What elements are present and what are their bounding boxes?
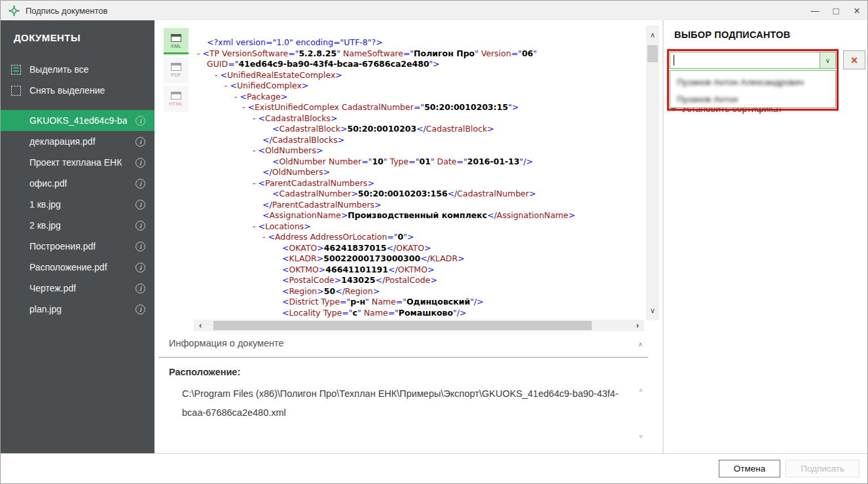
xml-line: - <ExistUnifiedComplex CadastralNumber="…	[195, 102, 645, 113]
scroll-left-icon[interactable]: ‹	[199, 320, 202, 330]
signer-combobox[interactable]: ∨	[670, 52, 836, 69]
xml-line: <KLADR>50022000173000300</KLADR>	[195, 253, 645, 265]
format-button-html[interactable]: HTML	[164, 86, 189, 112]
info-icon[interactable]: i	[136, 137, 145, 147]
info-icon[interactable]: i	[136, 221, 145, 231]
document-window-icon	[171, 92, 181, 100]
xml-line: </CadastralBlocks>	[195, 135, 645, 146]
info-icon[interactable]: i	[136, 263, 145, 272]
document-item[interactable]: GKUOKS_41ed64c9-bai	[1, 110, 154, 131]
document-item[interactable]: декларация.pdfi	[1, 131, 154, 152]
document-info-header: Информация о документе	[169, 338, 284, 348]
document-label: декларация.pdf	[29, 136, 96, 147]
text-caret	[674, 55, 674, 65]
deselect-all-icon	[11, 86, 21, 96]
info-icon[interactable]: i	[136, 116, 145, 126]
xml-line: - <ParentCadastralNumbers>	[195, 178, 645, 189]
maximize-icon[interactable]: □	[825, 1, 846, 20]
select-all-label: Выделить все	[29, 64, 89, 75]
info-scroll-down-icon[interactable]: ▼	[638, 433, 644, 440]
horizontal-scrollbar[interactable]: ‹ ›	[194, 320, 644, 331]
xml-line: GUID="41ed64c9-ba90-43f4-bcaa-67686ca2e4…	[195, 59, 645, 70]
info-scroll-up-icon[interactable]: ▲	[638, 386, 644, 393]
location-path: C:\Program Files (x86)\Полигон Про\Техпл…	[182, 384, 634, 422]
scroll-down-icon[interactable]: ∨	[646, 307, 659, 315]
xml-line: - <Address AddressOrLocation="0">	[195, 232, 645, 243]
document-label: Чертеж.pdf	[29, 283, 76, 293]
xml-line: <Region>50</Region>	[195, 286, 645, 297]
document-label: GKUOKS_41ed64c9-ba	[29, 115, 127, 126]
xml-line: - <UnifiedComplex>	[195, 81, 645, 92]
close-icon[interactable]: ✕	[846, 1, 867, 20]
info-icon[interactable]: i	[136, 284, 145, 293]
xml-line: - <CadastralBlocks>	[195, 113, 645, 124]
document-list: GKUOKS_41ed64c9-baiдекларация.pdfiПроект…	[1, 110, 154, 320]
xml-line: - <OldNumbers>	[195, 145, 645, 157]
document-item[interactable]: plan.jpgi	[1, 299, 154, 320]
signer-option[interactable]: Пузанов Антон Александрович	[670, 73, 835, 90]
minimize-icon[interactable]: —	[805, 1, 825, 20]
vertical-scroll-thumb[interactable]	[647, 45, 658, 62]
xml-line: <PostalCode>143025</PostalCode>	[195, 275, 645, 286]
sign-button: Подписать	[786, 460, 859, 477]
xml-line: <OldNumber Number="10" Type="01" Date="2…	[195, 157, 645, 168]
xml-line: <OKTMO>46641101191</OKTMO>	[195, 265, 645, 276]
info-icon[interactable]: i	[136, 158, 145, 168]
info-icon[interactable]: i	[136, 179, 145, 189]
annotation-highlight: ∨ Пузанов Антон АлександровичПузанов Ант…	[667, 49, 839, 111]
xml-line: <CadastralNumber>50:20:0010203:156</Cada…	[195, 189, 645, 200]
xml-line: <Locality Type="с" Name="Ромашково"/>	[195, 308, 645, 319]
document-item[interactable]: Построения.pdfi	[1, 236, 154, 257]
clear-signer-button[interactable]: ✕	[843, 50, 865, 69]
xml-line: - <Package>	[195, 92, 645, 103]
sign-documents-window: Подпись документов — □ ✕ ДОКУМЕНТЫ Выдел…	[0, 0, 868, 484]
document-item[interactable]: 2 кв.jpgi	[1, 215, 154, 236]
deselect-all-button[interactable]: Снять выделение	[1, 80, 154, 101]
document-item[interactable]: Проект техплана ЕНКi	[1, 152, 154, 173]
combobox-dropdown-icon[interactable]: ∨	[820, 52, 835, 68]
xml-line: </OldNumbers>	[195, 167, 645, 178]
cancel-button[interactable]: Отмена	[719, 460, 780, 477]
xml-line: - <Locations>	[195, 221, 645, 233]
signer-input[interactable]	[670, 52, 820, 68]
xml-line: <District Type="р-н" Name="Одинцовский"/…	[195, 297, 645, 308]
info-icon[interactable]: i	[136, 305, 145, 314]
xml-preview: <?xml version="1.0" encoding="UTF-8"?>- …	[195, 26, 645, 322]
footer-bar: Отмена Подписать	[1, 453, 867, 483]
clear-icon: ✕	[850, 55, 858, 65]
format-button-xml[interactable]: XML	[164, 28, 189, 54]
document-label: Построения.pdf	[29, 241, 96, 251]
document-label: офис.pdf	[29, 178, 67, 189]
sidebar-title: ДОКУМЕНТЫ	[14, 32, 154, 43]
scroll-right-icon[interactable]: ›	[636, 320, 639, 330]
format-button-pdf[interactable]: PDF	[164, 57, 189, 83]
document-viewer: XMLPDFHTML <?xml version="1.0" encoding=…	[154, 20, 662, 453]
select-all-icon	[11, 65, 21, 75]
document-item[interactable]: Расположение.pdfi	[1, 257, 154, 278]
vertical-scrollbar[interactable]: ∧ ∨	[646, 26, 659, 320]
document-label: Проект техплана ЕНК	[29, 157, 122, 168]
collapse-info-icon[interactable]: ∧	[638, 341, 643, 348]
document-label: 1 кв.jpg	[29, 199, 61, 210]
xml-line: <AssignationName>Производственный компле…	[195, 210, 645, 221]
window-title: Подпись документов	[26, 6, 107, 16]
document-item[interactable]: Чертеж.pdfi	[1, 278, 154, 299]
select-all-button[interactable]: Выделить все	[1, 59, 154, 80]
document-label: 2 кв.jpg	[29, 220, 61, 231]
horizontal-scroll-thumb[interactable]	[213, 321, 592, 330]
xml-line: <CadastralBlock>50:20:0010203</Cadastral…	[195, 124, 645, 135]
document-item[interactable]: 1 кв.jpgi	[1, 194, 154, 215]
document-item[interactable]: офис.pdfi	[1, 173, 154, 194]
xml-line: - <TP VersionSoftware="5.2.8.25" NameSof…	[195, 48, 645, 60]
format-label: PDF	[171, 72, 181, 78]
info-icon[interactable]: i	[136, 242, 145, 251]
info-divider	[158, 357, 648, 358]
scroll-up-icon[interactable]: ∧	[646, 31, 659, 39]
signers-header: ВЫБОР ПОДПИСАНТОВ	[674, 29, 790, 40]
info-icon[interactable]: i	[136, 200, 145, 210]
deselect-all-label: Снять выделение	[29, 85, 105, 96]
signer-option[interactable]: Пузанов Антон	[670, 90, 835, 107]
document-label: plan.jpg	[29, 304, 62, 314]
format-label: XML	[171, 43, 181, 49]
document-window-icon	[171, 63, 181, 71]
